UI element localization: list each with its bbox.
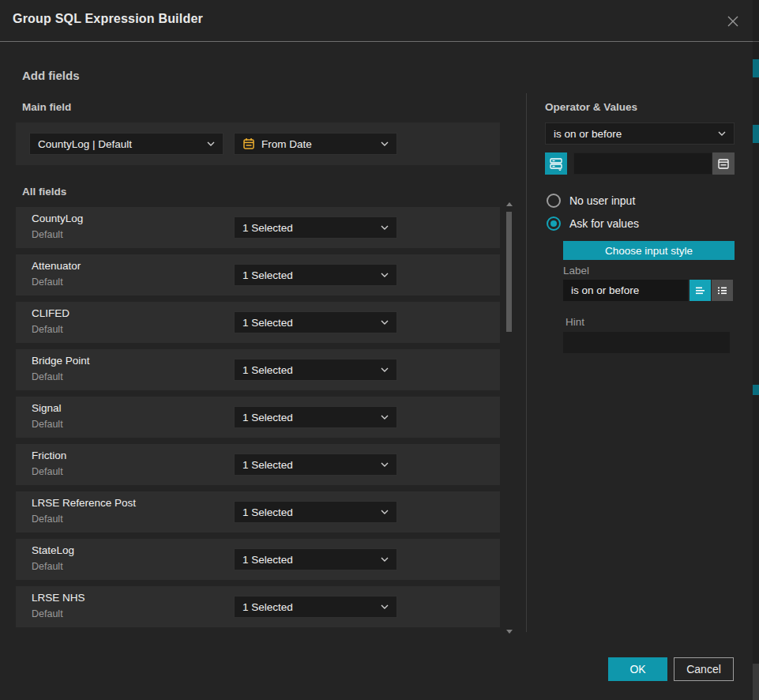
date-field-icon [242, 137, 255, 150]
background-app-strip [753, 0, 759, 700]
field-selection-value: 1 Selected [242, 222, 374, 234]
input-type-button[interactable] [545, 152, 567, 175]
field-name: CountyLog [32, 213, 83, 224]
list-scrollbar[interactable] [505, 202, 514, 634]
field-row: CLIFED Default 1 Selected [16, 302, 500, 343]
field-layer-sub: Default [32, 229, 63, 240]
operator-select-value: is on or before [554, 128, 712, 140]
background-divider [753, 41, 759, 42]
calendar-icon [717, 157, 730, 170]
field-row: LRSE Reference Post Default 1 Selected [16, 491, 500, 533]
value-list-icon [549, 156, 563, 171]
field-layer-sub: Default [32, 371, 63, 382]
chevron-down-icon [381, 225, 389, 230]
dialog-title: Group SQL Expression Builder [13, 12, 203, 26]
field-layer-sub: Default [32, 466, 63, 477]
background-accent-segment [753, 125, 759, 143]
field-row: Friction Default 1 Selected [16, 444, 500, 485]
layer-select[interactable]: CountyLog | Default [29, 133, 224, 155]
field-row: StateLog Default 1 Selected [16, 539, 500, 580]
bulleted-list-icon [716, 284, 729, 297]
main-field-select-value: From Date [261, 138, 374, 150]
all-fields-heading: All fields [22, 186, 66, 198]
align-left-icon [693, 284, 707, 297]
radio-label: Ask for values [569, 217, 639, 230]
field-selection-dropdown[interactable]: 1 Selected [234, 501, 397, 523]
radio-circle-selected-icon [547, 216, 561, 231]
field-row: LRSE NHS Default 1 Selected [16, 586, 500, 627]
field-row: Signal Default 1 Selected [16, 397, 500, 438]
chevron-down-icon [381, 273, 389, 277]
field-row: Bridge Point Default 1 Selected [16, 349, 500, 390]
value-date-input[interactable] [573, 152, 712, 175]
field-selection-dropdown[interactable]: 1 Selected [234, 596, 397, 618]
chevron-down-icon [381, 557, 389, 562]
field-layer-sub: Default [32, 419, 63, 430]
add-fields-heading: Add fields [22, 69, 80, 82]
single-input-style-button[interactable] [689, 280, 711, 301]
close-icon [726, 14, 740, 28]
field-selection-dropdown[interactable]: 1 Selected [234, 359, 397, 381]
field-selection-value: 1 Selected [242, 601, 374, 613]
close-button[interactable] [723, 11, 743, 32]
calendar-picker-button[interactable] [712, 152, 735, 175]
scrollbar-thumb[interactable] [506, 212, 512, 332]
field-selection-dropdown[interactable]: 1 Selected [234, 453, 397, 476]
ok-button[interactable]: OK [608, 657, 667, 681]
panel-divider [526, 93, 527, 632]
field-selection-dropdown[interactable]: 1 Selected [234, 548, 397, 570]
chevron-down-icon [381, 320, 389, 325]
field-name: Bridge Point [32, 355, 90, 367]
field-layer-sub: Default [32, 561, 63, 572]
scroll-up-arrow[interactable] [506, 202, 513, 206]
chevron-down-icon [381, 415, 389, 420]
chevron-down-icon [381, 141, 389, 146]
field-selection-dropdown[interactable]: 1 Selected [234, 216, 397, 239]
operator-select[interactable]: is on or before [545, 122, 735, 145]
field-selection-dropdown[interactable]: 1 Selected [234, 264, 397, 286]
background-accent-segment [753, 59, 759, 77]
field-selection-dropdown[interactable]: 1 Selected [234, 406, 397, 428]
field-layer-sub: Default [32, 324, 63, 335]
field-selection-value: 1 Selected [242, 506, 374, 518]
hint-input[interactable] [563, 332, 730, 353]
choose-input-style-button[interactable]: Choose input style [563, 241, 735, 260]
field-row: Attenuator Default 1 Selected [16, 254, 500, 295]
main-field-panel: CountyLog | Default From Date [16, 122, 500, 165]
field-selection-value: 1 Selected [242, 269, 374, 281]
field-name: CLIFED [32, 307, 70, 319]
field-name: Friction [32, 450, 66, 461]
group-sql-expression-builder-dialog: Group SQL Expression Builder Add fields … [0, 0, 759, 700]
hint-field-title: Hint [565, 316, 584, 328]
field-selection-value: 1 Selected [242, 317, 374, 329]
operator-values-heading: Operator & Values [545, 101, 637, 113]
main-field-select[interactable]: From Date [234, 133, 397, 155]
field-name: Signal [32, 402, 62, 414]
all-fields-list: CountyLog Default 1 Selected Attenuator … [16, 207, 500, 627]
radio-circle-icon [547, 194, 561, 208]
cancel-button[interactable]: Cancel [674, 657, 734, 681]
background-accent-segment [753, 385, 759, 395]
field-row: CountyLog Default 1 Selected [16, 207, 500, 248]
field-name: Attenuator [32, 260, 81, 272]
main-field-heading: Main field [22, 101, 71, 113]
field-selection-value: 1 Selected [242, 364, 374, 376]
list-input-style-button[interactable] [712, 280, 733, 301]
radio-no-user-input[interactable]: No user input [547, 194, 635, 208]
label-input[interactable] [563, 280, 688, 301]
field-selection-value: 1 Selected [242, 459, 374, 471]
chevron-down-icon [718, 131, 726, 136]
dialog-titlebar: Group SQL Expression Builder [0, 0, 753, 42]
field-name: StateLog [32, 544, 74, 556]
radio-label: No user input [569, 194, 635, 207]
field-layer-sub: Default [32, 608, 63, 619]
scroll-down-arrow[interactable] [506, 630, 513, 634]
layer-select-value: CountyLog | Default [38, 138, 201, 150]
radio-ask-for-values[interactable]: Ask for values [547, 216, 639, 231]
field-selection-dropdown[interactable]: 1 Selected [234, 311, 397, 333]
chevron-down-icon [381, 462, 389, 467]
label-field-title: Label [563, 265, 589, 277]
chevron-down-icon [381, 604, 389, 609]
field-name: LRSE NHS [32, 592, 85, 604]
field-name: LRSE Reference Post [32, 497, 136, 509]
